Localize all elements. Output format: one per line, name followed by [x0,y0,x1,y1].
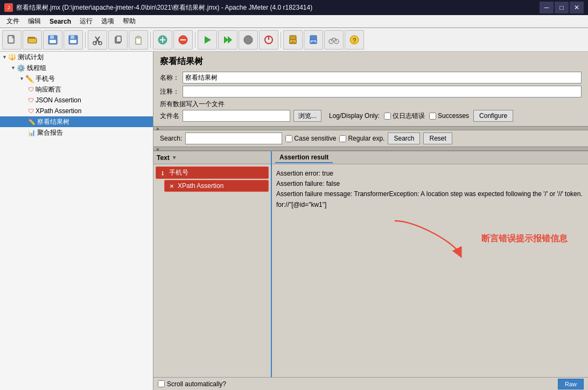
tb-remove[interactable] [173,30,193,50]
tb-startnopauses[interactable] [218,30,237,50]
scroll-check-group: Scroll automatically? [158,380,226,388]
svg-rect-4 [50,36,54,39]
annotation-text: 断言错误提示报错信息 [481,232,568,269]
svg-marker-24 [228,36,232,44]
file-label: 文件名 [160,112,179,121]
sidebar-item-agg-report[interactable]: 📊 聚合报告 [0,127,153,138]
file-row: 文件名 浏览... Log/Display Only: 仅日志错误 Succes… [160,110,582,122]
menu-options[interactable]: 选项 [97,16,118,27]
tb-add[interactable] [153,30,172,50]
toolbar: ? [0,28,588,52]
svg-rect-16 [137,36,140,38]
svg-marker-23 [224,36,228,44]
name-input[interactable] [183,72,582,83]
reset-button[interactable]: Reset [423,133,452,144]
tb-open[interactable] [23,30,42,50]
menu-edit[interactable]: 编辑 [24,16,45,27]
browse-button[interactable]: 浏览... [293,110,321,122]
configure-button[interactable]: Configure [473,110,513,122]
sidebar-item-response-assert[interactable]: 🛡 响应断言 [0,84,153,95]
sidebar: ▼ 🔱 测试计划 ▼ ⚙️ 线程组 ▼ ✏️ 手机号 🛡 响应断言 🛡 JSON… [0,52,153,390]
section-label: 所有数据写入一个文件 [160,100,582,109]
svg-text:?: ? [353,37,356,44]
errors-checkbox[interactable] [384,113,391,120]
tree-label-3: 手机号 [36,74,55,83]
tb-cut[interactable] [88,30,107,50]
result-child-item[interactable]: ✕ XPath Assertion [164,180,269,192]
expand-arrow-2: ▼ [11,65,16,71]
toolbar-sep-3 [195,32,195,48]
sidebar-item-results-tree[interactable]: ✏️ 察看结果树 [0,116,153,127]
tb-new[interactable] [2,30,22,50]
successes-checkbox[interactable] [429,113,436,120]
parent-item-label: 手机号 [169,168,188,177]
content-panel: 察看结果树 名称： 注释： 所有数据写入一个文件 文件名 浏览... Log/D… [153,52,588,390]
sidebar-item-testplan[interactable]: ▼ 🔱 测试计划 [0,52,153,62]
raw-button[interactable]: Raw [558,379,584,389]
regexp-checkbox[interactable] [339,135,346,142]
menu-run[interactable]: 运行 [75,16,97,27]
toolbar-sep-2 [150,32,151,48]
name-row: 名称： [160,72,582,83]
close-button[interactable]: ✕ [570,2,584,13]
toolbar-sep-4 [281,32,281,48]
assertion-panel-header: Assertion result [272,151,588,164]
search-button[interactable]: Search [388,133,420,144]
tb-help[interactable]: ? [345,30,364,50]
tree-label-5: JSON Assertion [36,96,81,104]
text-panel: Text ▼ 手机号 [153,151,272,377]
text-panel-content: 手机号 ✕ XPath Assertion [153,164,271,377]
log-display-label: Log/Display Only: [329,112,380,120]
window-controls: ─ □ ✕ [540,2,584,13]
name-label: 名称： [160,73,179,82]
sidebar-item-phoneno[interactable]: ▼ ✏️ 手机号 [0,73,153,84]
case-sensitive-checkbox[interactable] [285,135,292,142]
tree-label-7: 察看结果树 [37,117,69,127]
tb-bookmark2[interactable] [304,30,323,50]
tb-save[interactable] [43,30,62,50]
minimize-button[interactable]: ─ [540,2,554,13]
tree-label-8: 聚合报告 [37,128,63,137]
annotation-container: 断言错误提示报错信息 [276,215,584,269]
tb-shutdown[interactable] [259,30,278,50]
menu-search[interactable]: Search [45,16,75,27]
file-input[interactable] [183,110,290,122]
main-container: ▼ 🔱 测试计划 ▼ ⚙️ 线程组 ▼ ✏️ 手机号 🛡 响应断言 🛡 JSON… [0,52,588,390]
tb-start[interactable] [198,30,217,50]
scroll-checkbox[interactable] [158,380,165,387]
sidebar-item-xpath-assert[interactable]: 🛡 XPath Assertion [0,106,153,116]
expand-arrow: ▼ [2,54,7,60]
tb-bike[interactable] [324,30,344,50]
panel-title: 察看结果树 [160,56,582,67]
tb-saveas[interactable] [64,30,83,50]
search-input[interactable] [185,133,282,144]
maximize-button[interactable]: □ [555,2,569,13]
regexp-group: Regular exp. [339,135,384,142]
menu-help[interactable]: 帮助 [118,16,140,27]
comment-input[interactable] [183,86,582,98]
search-row: Search: Case sensitive Regular exp. Sear… [153,130,588,147]
assertion-content: Assertion error: true Assertion failure:… [272,164,588,377]
tree-label-2: 线程组 [27,64,46,73]
error-icon-parent [158,169,167,177]
errors-label: 仅日志错误 [393,112,425,121]
menu-file[interactable]: 文件 [2,16,24,27]
tb-stop[interactable] [239,30,258,50]
checkbox-successes: Successes [429,112,469,120]
window-title: 察看结果树.jmx (D:\jmeter\apache-jmeter-4.0\b… [16,3,312,12]
assertion-tab[interactable]: Assertion result [275,152,333,163]
svg-text:✕: ✕ [170,184,174,189]
assertion-panel: Assertion result Assertion error: true A… [272,151,588,377]
svg-rect-2 [28,38,37,43]
tb-bookmark[interactable] [283,30,303,50]
dropdown-arrow: ▼ [172,155,177,161]
child-item-label: XPath Assertion [178,182,223,190]
sidebar-item-json-assert[interactable]: 🛡 JSON Assertion [0,95,153,106]
tb-paste[interactable] [129,30,148,50]
tb-copy[interactable] [108,30,128,50]
svg-rect-5 [50,40,56,43]
result-parent-item[interactable]: 手机号 [156,166,269,179]
assertion-line-3: Assertion failure message: TransformerEx… [276,189,584,210]
sidebar-item-threadgroup[interactable]: ▼ ⚙️ 线程组 [0,62,153,73]
menu-bar: 文件 编辑 Search 运行 选项 帮助 [0,15,588,28]
